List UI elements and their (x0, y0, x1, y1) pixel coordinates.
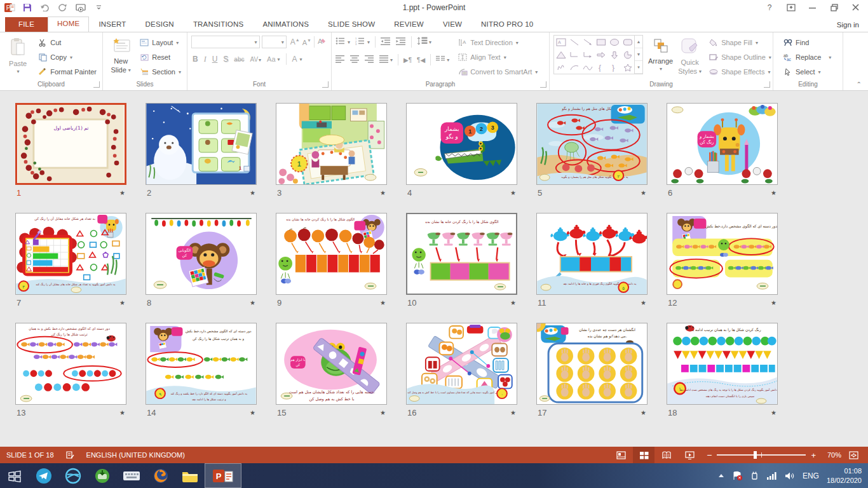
slide-thumbnail-3[interactable]: 1 (276, 103, 387, 185)
slide-thumbnail-15[interactable]: با ابزار هم کن دسته هایی را که تعداد شکل… (276, 323, 387, 405)
tab-transitions[interactable]: TRANSITIONS (184, 17, 254, 32)
undo-button[interactable] (39, 3, 51, 13)
ltr-text-direction-button[interactable]: ▶¶ (403, 57, 412, 64)
slide-thumbnail-5[interactable]: تعداد شکل های مثل هم را بشمار و بگو (536, 103, 648, 185)
align-text-button[interactable]: Align Text▾ (456, 51, 539, 64)
close-button[interactable] (846, 1, 865, 14)
paragraph-dialog-launcher[interactable] (540, 81, 546, 88)
layout-button[interactable]: Layout▾ (137, 36, 183, 49)
taskbar-powerpoint-button[interactable]: P (205, 463, 241, 488)
tab-animations[interactable]: ANIMATIONS (253, 17, 318, 32)
font-color-button[interactable]: A (292, 55, 297, 64)
paste-button[interactable]: Paste ▾ (4, 35, 32, 74)
slide-thumbnail-18[interactable]: رنگ کردن شکل ها را به همان ترتیب ادامه ب… (667, 323, 778, 405)
tray-language-indicator[interactable]: ENG (803, 471, 819, 480)
tray-volume-icon[interactable] (785, 471, 795, 480)
fit-slide-to-window-button[interactable] (843, 447, 864, 463)
format-painter-button[interactable]: Format Painter (36, 65, 98, 78)
numbering-button[interactable]: 123 (355, 37, 366, 47)
tab-design[interactable]: DESIGN (136, 17, 184, 32)
tray-clock[interactable]: 01:08 18/02/2020 (827, 466, 862, 485)
change-case-button[interactable]: Aa (267, 55, 275, 63)
taskbar-idm-icon[interactable] (88, 463, 117, 488)
reset-button[interactable]: Reset (137, 51, 183, 64)
zoom-slider-thumb[interactable] (754, 451, 757, 459)
slide-thumbnail-14[interactable]: دور دسته ای که الگوی مشخص دارد،خط بکش و … (146, 323, 257, 405)
arrange-button[interactable]: Arrange ▾ (648, 35, 673, 72)
slide-show-button[interactable] (679, 447, 700, 463)
font-name-combo[interactable]: ▾ (191, 36, 260, 48)
taskbar-telegram-icon[interactable] (29, 463, 58, 488)
taskbar-onscreen-keyboard-icon[interactable] (117, 463, 146, 488)
line-spacing-button[interactable] (417, 37, 428, 47)
tray-power-icon[interactable] (750, 471, 759, 480)
spell-check-icon[interactable] (65, 451, 75, 459)
slide-thumbnail-8[interactable]: الگویابی کن (146, 213, 257, 295)
tray-action-center-icon[interactable] (732, 471, 742, 480)
zoom-percentage[interactable]: 70% (822, 451, 841, 459)
italic-button[interactable]: I (204, 55, 207, 64)
slide-thumbnail-9[interactable]: الگوی شکل ها را با رنگ کردن خانه ها نشان… (276, 213, 387, 295)
clear-formatting-button[interactable]: A (317, 37, 327, 47)
ribbon-display-options-button[interactable] (782, 1, 801, 14)
help-button[interactable]: ? (760, 1, 779, 14)
shapes-gallery[interactable]: A { (553, 35, 635, 74)
drawing-dialog-launcher[interactable] (764, 81, 770, 88)
copy-dropdown-arrow[interactable]: ▾ (70, 55, 72, 60)
slide-thumbnail-4[interactable]: 1 2 3 (406, 103, 517, 185)
slide-thumbnail-11[interactable]: به دانش آموز بگویید الگوی رنگ قوری ها و … (536, 213, 648, 295)
slide-thumbnail-1[interactable]: تم (1)ریاضی اول (15, 103, 126, 185)
bullets-button[interactable] (336, 37, 346, 47)
start-from-beginning-button[interactable] (75, 3, 86, 13)
sign-in-link[interactable]: Sign in (837, 21, 859, 29)
tab-home[interactable]: HOME (48, 17, 89, 32)
taskbar-file-explorer-icon[interactable] (175, 463, 205, 488)
tray-show-hidden-icons-button[interactable] (718, 473, 724, 478)
new-slide-button[interactable]: New Slide▾ (107, 35, 135, 74)
slide-thumbnail-13[interactable]: دور دسته ای که الگوی مشخص دارد،خط بکش و … (15, 323, 126, 405)
text-direction-button[interactable]: AText Direction▾ (456, 36, 539, 49)
bold-button[interactable]: B (193, 55, 198, 64)
decrease-indent-button[interactable] (381, 37, 391, 47)
font-size-combo[interactable]: ▾ (262, 36, 287, 48)
convert-to-smartart-button[interactable]: Convert to SmartArt▾ (456, 65, 539, 78)
shapes-gallery-scrollbar[interactable]: ▲▼▾ (635, 35, 643, 74)
decrease-font-size-button[interactable]: A▼ (302, 38, 311, 46)
replace-button[interactable]: abacReplace▾ (781, 51, 833, 64)
language-indicator[interactable]: ENGLISH (UNITED KINGDOM) (86, 451, 185, 459)
reading-view-button[interactable] (656, 447, 677, 463)
paste-dropdown-arrow[interactable]: ▾ (17, 69, 20, 74)
slide-thumbnail-16[interactable]: به دانش آموز بگویید دسته هایی که تعدادشا… (406, 323, 517, 405)
clipboard-dialog-launcher[interactable] (93, 81, 100, 88)
slide-thumbnail-10[interactable]: الگوی شکل ها را با رنگ کردن خانه ها نشان… (406, 213, 517, 295)
restore-button[interactable] (825, 1, 844, 14)
normal-view-button[interactable] (610, 447, 632, 463)
text-shadow-button[interactable]: S (223, 55, 228, 64)
minimize-button[interactable] (803, 1, 822, 14)
font-dialog-launcher[interactable] (322, 81, 329, 88)
quick-styles-button[interactable]: Quick Styles▾ (678, 35, 702, 76)
shape-fill-button[interactable]: Shape Fill▾ (707, 36, 773, 49)
increase-indent-button[interactable] (396, 37, 406, 47)
start-button[interactable] (0, 463, 29, 488)
rtl-text-direction-button[interactable]: ¶◀ (417, 57, 425, 64)
tab-file[interactable]: FILE (5, 17, 48, 32)
select-button[interactable]: Select▾ (781, 65, 833, 78)
zoom-slider[interactable] (717, 454, 806, 456)
zoom-in-button[interactable]: + (811, 451, 816, 460)
underline-button[interactable]: U (212, 55, 218, 64)
increase-font-size-button[interactable]: A▲ (290, 37, 300, 46)
slide-thumbnail-12[interactable]: دور دسته ای که الگوی مشخص دارد،خط بکش (667, 213, 778, 295)
shape-effects-button[interactable]: Shape Effects▾ (707, 65, 773, 78)
tab-review[interactable]: REVIEW (384, 17, 433, 32)
tray-network-icon[interactable] (766, 471, 777, 480)
taskbar-internet-explorer-icon[interactable] (58, 463, 88, 488)
align-right-button[interactable] (365, 55, 374, 65)
repeat-button[interactable] (57, 3, 69, 13)
zoom-out-button[interactable]: − (707, 450, 712, 460)
section-button[interactable]: Section▾ (137, 65, 183, 78)
strikethrough-button[interactable]: abc (234, 56, 244, 63)
cut-button[interactable]: Cut (36, 36, 98, 49)
add-remove-columns-button[interactable] (436, 55, 445, 65)
customize-qat-button[interactable] (93, 3, 104, 13)
